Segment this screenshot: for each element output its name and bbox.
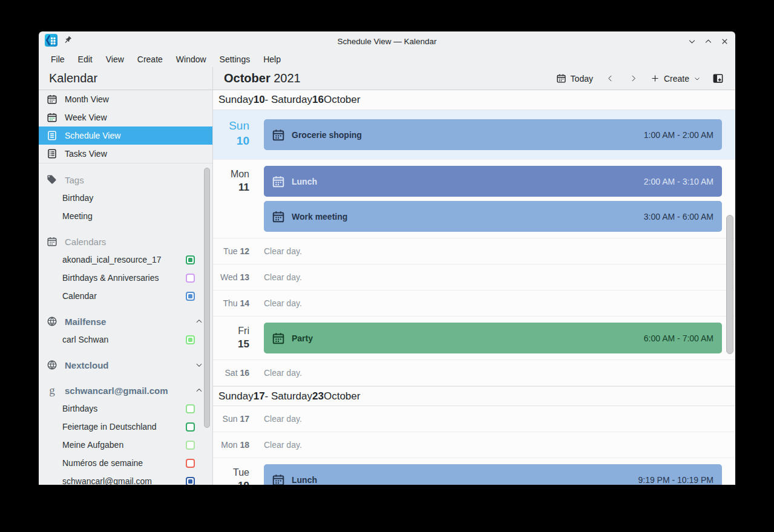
- maximize-button[interactable]: [704, 37, 713, 46]
- day-label: Fri 15: [213, 317, 257, 360]
- titlebar[interactable]: Schedule View — Kalendar: [39, 31, 735, 51]
- window-title: Schedule View — Kalendar: [39, 37, 735, 46]
- item-label: Birthday: [62, 193, 195, 203]
- calendar-checkbox[interactable]: [186, 477, 195, 485]
- section-header-nextcloud[interactable]: Nextcloud: [39, 356, 212, 374]
- minimize-button[interactable]: [687, 37, 697, 46]
- sidebar-item-month-view[interactable]: Month View: [39, 90, 212, 108]
- day-row-sun-10: Sun 10 Grocerie shoping 1:00 AM - 2:00 A…: [213, 110, 735, 160]
- chevron-down-icon: [694, 75, 701, 82]
- section-header-calendars[interactable]: Calendars: [39, 232, 212, 251]
- menu-item-create[interactable]: Create: [131, 53, 169, 66]
- list-icon: [47, 130, 57, 141]
- day-row-sun-17: Sun 17 Clear day.: [213, 406, 735, 432]
- sidebar-scrollbar[interactable]: [204, 168, 210, 428]
- sidebar-item-feiertage-in-deutschland[interactable]: Feiertage in Deutschland: [39, 418, 212, 436]
- content-area: Month View Week View Schedule View Tasks…: [39, 90, 735, 485]
- sidebar-section-tags: Tags Birthday Meeting: [39, 171, 212, 225]
- create-button[interactable]: Create: [647, 71, 704, 86]
- chevron-up-icon: [195, 386, 203, 395]
- menu-item-edit[interactable]: Edit: [71, 53, 99, 66]
- event-calendar-icon: [272, 175, 285, 188]
- item-label: Calendar: [62, 291, 186, 301]
- sidebar-item-birthdays-anniversaries[interactable]: Birthdays & Anniversaries: [39, 269, 212, 287]
- schedule-view: Sunday 10 - Saturday 16 October Sun 10 G…: [213, 90, 735, 485]
- sidebar-item-schwancarl-gmail-com[interactable]: schwancarl@gmail.com: [39, 472, 212, 485]
- sidebar-item-week-view[interactable]: Week View: [39, 108, 212, 126]
- sidebar-item-carl-schwan[interactable]: carl Schwan: [39, 330, 212, 349]
- add-pane-button[interactable]: [709, 70, 727, 87]
- section-header-gmail[interactable]: g schwancarl@gmail.com: [39, 381, 212, 399]
- sidebar-item-meine-aufgaben[interactable]: Meine Aufgaben: [39, 436, 212, 454]
- event-card[interactable]: Lunch 2:00 AM - 3:10 AM: [264, 166, 722, 197]
- event-title: Lunch: [292, 177, 637, 186]
- menu-item-window[interactable]: Window: [169, 53, 213, 66]
- schedule-scrollbar[interactable]: [726, 215, 733, 354]
- sidebar-item-schedule-view[interactable]: Schedule View: [39, 126, 212, 145]
- day-label: Sun 17: [223, 414, 249, 424]
- day-row-wed-13: Wed 13 Clear day.: [213, 264, 735, 291]
- event-card[interactable]: Party 6:00 AM - 7:00 AM: [264, 323, 722, 353]
- month-label: October: [224, 71, 271, 85]
- close-button[interactable]: [720, 37, 729, 46]
- calendar-week-icon: [47, 112, 57, 123]
- year-label: 2021: [274, 71, 301, 85]
- menu-item-settings[interactable]: Settings: [213, 53, 257, 66]
- calendar-checkbox[interactable]: [186, 335, 195, 344]
- section-header-mailfense[interactable]: Mailfense: [39, 312, 212, 330]
- sidebar-item-birthday[interactable]: Birthday: [39, 189, 212, 207]
- event-title: Lunch: [292, 475, 631, 485]
- sidebar-item-akonadi-ical-resource-17[interactable]: akonadi_ical_resource_17: [39, 251, 212, 269]
- plus-icon: [651, 74, 660, 83]
- event-card[interactable]: Lunch 9:19 PM - 10:19 PM: [264, 464, 722, 485]
- calendar-checkbox[interactable]: [186, 459, 195, 468]
- chevron-down-icon: [195, 361, 203, 369]
- sidebar-item-birthdays[interactable]: Birthdays: [39, 399, 212, 418]
- sidebar-item-calendar[interactable]: Calendar: [39, 287, 212, 305]
- calendar-checkbox[interactable]: [186, 274, 195, 283]
- calendar-checkbox[interactable]: [186, 255, 195, 264]
- event-card[interactable]: Grocerie shoping 1:00 AM - 2:00 AM: [264, 119, 722, 150]
- item-label: Meine Aufgaben: [62, 440, 186, 450]
- menu-item-help[interactable]: Help: [257, 53, 287, 66]
- item-label: Birthdays & Anniversaries: [62, 273, 186, 283]
- event-title: Work meeting: [292, 212, 637, 222]
- globe-icon: [47, 316, 57, 327]
- event-card[interactable]: Work meeting 3:00 AM - 6:00 AM: [264, 201, 722, 232]
- next-button[interactable]: [624, 72, 643, 85]
- event-time: 2:00 AM - 3:10 AM: [644, 177, 713, 186]
- day-label: Mon 18: [221, 440, 249, 450]
- event-calendar-icon: [272, 473, 285, 485]
- today-label: Today: [571, 74, 593, 84]
- calendar-checkbox[interactable]: [186, 422, 195, 432]
- day-label: Tue 19: [213, 458, 257, 485]
- calendar-checkbox[interactable]: [186, 404, 195, 413]
- sidebar-item-num-ros-de-semaine[interactable]: Numéros de semaine: [39, 454, 212, 472]
- calendar-checkbox[interactable]: [186, 292, 195, 301]
- section-header-tags[interactable]: Tags: [39, 171, 212, 189]
- calendar-icon: [556, 73, 566, 84]
- item-label: Feiertage in Deutschland: [62, 422, 186, 432]
- day-row-tue-19: Tue 19 Lunch 9:19 PM - 10:19 PM: [213, 458, 735, 485]
- calendar-checkbox[interactable]: [186, 441, 195, 450]
- sidebar-item-meeting[interactable]: Meeting: [39, 207, 212, 225]
- create-label: Create: [664, 74, 689, 84]
- day-label: Sat 16: [225, 368, 249, 378]
- sidebar-section-calendars: Calendars akonadi_ical_resource_17 Birth…: [39, 232, 212, 305]
- view-label: Schedule View: [65, 131, 120, 140]
- day-row-sat-16: Sat 16 Clear day.: [213, 360, 735, 386]
- previous-button[interactable]: [601, 72, 620, 85]
- item-label: akonadi_ical_resource_17: [62, 255, 186, 264]
- menu-item-file[interactable]: File: [44, 53, 71, 66]
- day-row-thu-14: Thu 14 Clear day.: [213, 291, 735, 317]
- today-button[interactable]: Today: [553, 71, 597, 86]
- chevron-up-icon: [195, 317, 203, 326]
- schedule-week: Sunday 10 - Saturday 16 October Sun 10 G…: [213, 90, 735, 386]
- day-label: Wed 13: [220, 272, 249, 282]
- event-calendar-icon: [272, 332, 285, 345]
- day-label: Sun 10: [213, 110, 257, 159]
- item-label: Meeting: [62, 211, 195, 221]
- menu-item-view[interactable]: View: [99, 53, 131, 66]
- pin-icon[interactable]: [63, 35, 73, 47]
- sidebar-item-tasks-view[interactable]: Tasks View: [39, 145, 212, 163]
